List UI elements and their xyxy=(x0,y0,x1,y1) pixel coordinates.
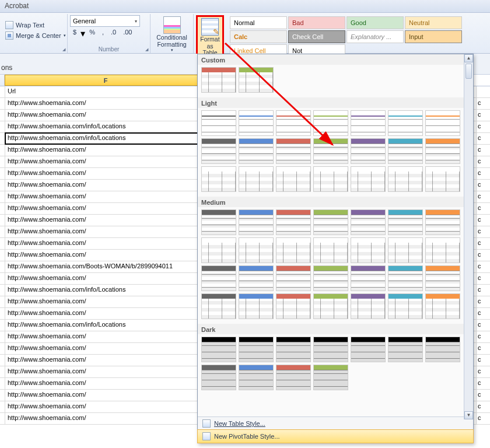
sliver-cell: c xyxy=(476,191,490,203)
table-style-swatch[interactable] xyxy=(276,293,311,319)
cell-style-normal[interactable]: Normal xyxy=(230,16,287,29)
table-style-swatch[interactable] xyxy=(313,110,348,136)
table-style-swatch[interactable] xyxy=(388,166,423,192)
table-style-swatch[interactable] xyxy=(201,365,236,390)
table-style-swatch[interactable] xyxy=(239,365,274,390)
merge-center-button[interactable]: Merge & Center ▾ xyxy=(4,31,68,40)
column-header-edge[interactable] xyxy=(0,75,5,86)
table-style-swatch[interactable] xyxy=(388,138,423,164)
percent-button[interactable]: % xyxy=(86,28,98,39)
decrease-decimal-button[interactable]: .00 xyxy=(120,28,135,39)
comma-button[interactable]: , xyxy=(99,28,107,39)
number-format-select[interactable]: General ▾ xyxy=(70,15,140,27)
table-style-swatch[interactable] xyxy=(276,110,311,136)
table-style-swatch[interactable] xyxy=(313,265,348,291)
cell-style-good[interactable]: Good xyxy=(346,16,404,29)
cell-style-check-cell[interactable]: Check Cell xyxy=(288,30,345,43)
chevron-down-icon: ▾ xyxy=(135,19,137,24)
table-style-swatch[interactable] xyxy=(313,293,348,319)
scroll-thumb[interactable] xyxy=(466,64,472,79)
increase-decimal-button[interactable]: .0 xyxy=(108,28,119,39)
table-style-swatch[interactable] xyxy=(239,138,274,164)
table-style-swatch[interactable] xyxy=(239,110,274,136)
table-style-swatch[interactable] xyxy=(239,67,274,93)
column-header-F[interactable]: F xyxy=(5,75,206,86)
table-style-swatch[interactable] xyxy=(388,209,423,235)
sliver-cell xyxy=(476,86,490,98)
table-style-swatch[interactable] xyxy=(425,293,460,319)
scroll-down-icon[interactable]: ▼ xyxy=(464,411,473,419)
table-style-swatch[interactable] xyxy=(201,337,236,362)
table-style-swatch[interactable] xyxy=(425,265,460,291)
table-style-swatch[interactable] xyxy=(351,337,386,362)
table-style-swatch[interactable] xyxy=(276,337,311,362)
table-style-swatch[interactable] xyxy=(351,265,386,291)
table-style-swatch[interactable] xyxy=(239,337,274,362)
table-style-swatch[interactable] xyxy=(201,138,236,164)
row-edge xyxy=(0,121,5,132)
table-style-swatch[interactable] xyxy=(201,265,236,291)
table-style-swatch[interactable] xyxy=(388,293,423,319)
table-style-swatch[interactable] xyxy=(239,293,274,319)
table-style-swatch[interactable] xyxy=(239,166,274,192)
table-style-swatch[interactable] xyxy=(425,166,460,192)
cell-style-explanatory-[interactable]: Explanatory ... xyxy=(346,30,404,43)
table-style-swatch[interactable] xyxy=(276,365,311,390)
wrap-text-button[interactable]: Wrap Text xyxy=(4,20,46,30)
table-style-swatch[interactable] xyxy=(239,209,274,235)
dropdown-scrollbar[interactable]: ▲ ▼ xyxy=(464,54,473,419)
table-style-swatch[interactable] xyxy=(276,138,311,164)
sliver-cell: c xyxy=(476,343,490,355)
conditional-formatting-button[interactable]: Conditional Formatting▾ xyxy=(153,15,191,54)
scroll-up-icon[interactable]: ▲ xyxy=(464,54,473,62)
table-style-swatch[interactable] xyxy=(201,67,236,93)
table-style-swatch[interactable] xyxy=(201,237,236,263)
table-style-swatch[interactable] xyxy=(276,209,311,235)
table-style-swatch[interactable] xyxy=(425,337,460,362)
table-style-swatch[interactable] xyxy=(239,237,274,263)
cell-styles-gallery[interactable]: NormalBadGoodNeutralCalcCheck CellExplan… xyxy=(229,15,462,57)
table-style-swatch[interactable] xyxy=(425,110,460,136)
table-style-swatch[interactable] xyxy=(351,138,386,164)
table-style-swatch[interactable] xyxy=(276,166,311,192)
table-style-swatch[interactable] xyxy=(239,265,274,291)
cell-style-bad[interactable]: Bad xyxy=(288,16,345,29)
sliver-cell: c xyxy=(476,133,490,145)
ribbon: Wrap Text Merge & Center ▾ General ▾ $▾ … xyxy=(0,13,490,54)
table-style-swatch[interactable] xyxy=(351,293,386,319)
table-style-swatch[interactable] xyxy=(351,237,386,263)
table-style-swatch[interactable] xyxy=(351,166,386,192)
row-edge xyxy=(0,296,5,307)
table-style-swatch[interactable] xyxy=(201,166,236,192)
table-style-swatch[interactable] xyxy=(425,237,460,263)
table-style-swatch[interactable] xyxy=(313,337,348,362)
table-style-swatch[interactable] xyxy=(201,209,236,235)
table-style-swatch[interactable] xyxy=(313,138,348,164)
cell-style-input[interactable]: Input xyxy=(405,30,462,43)
pivot-icon xyxy=(202,432,211,440)
new-pivottable-style-button[interactable]: New PivotTable Style... xyxy=(198,430,473,443)
table-style-swatch[interactable] xyxy=(388,337,423,362)
table-style-swatch[interactable] xyxy=(425,138,460,164)
table-style-swatch[interactable] xyxy=(313,365,348,390)
row-edge xyxy=(0,110,5,121)
table-style-swatch[interactable] xyxy=(425,209,460,235)
table-style-swatch[interactable] xyxy=(201,293,236,319)
table-style-swatch[interactable] xyxy=(388,265,423,291)
table-style-swatch[interactable] xyxy=(201,110,236,136)
table-style-swatch[interactable] xyxy=(313,237,348,263)
table-style-swatch[interactable] xyxy=(313,209,348,235)
new-table-style-button[interactable]: New Table Style... xyxy=(198,417,473,430)
row-edge xyxy=(0,366,5,377)
table-style-swatch[interactable] xyxy=(351,110,386,136)
currency-button[interactable]: $ xyxy=(70,28,79,39)
cell-style-calc[interactable]: Calc xyxy=(230,30,287,43)
table-style-swatch[interactable] xyxy=(276,237,311,263)
table-style-swatch[interactable] xyxy=(276,265,311,291)
table-style-swatch[interactable] xyxy=(351,209,386,235)
table-style-swatch[interactable] xyxy=(388,237,423,263)
cell-style-neutral[interactable]: Neutral xyxy=(405,16,462,29)
table-style-swatch[interactable] xyxy=(313,166,348,192)
row-edge xyxy=(0,355,5,366)
table-style-swatch[interactable] xyxy=(388,110,423,136)
